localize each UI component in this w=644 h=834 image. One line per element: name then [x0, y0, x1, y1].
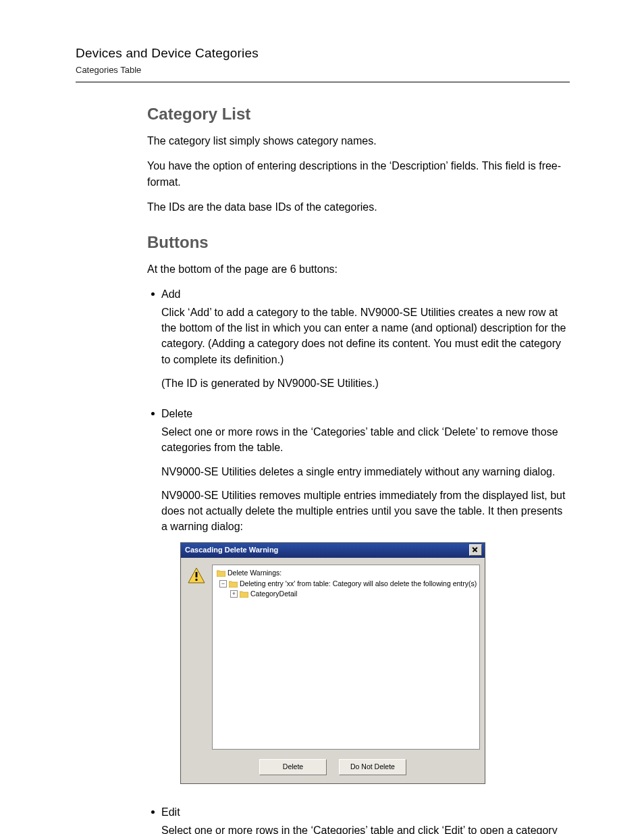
page-header: Devices and Device Categories Categories… [76, 44, 570, 82]
header-rule [76, 82, 570, 82]
dialog-do-not-delete-button[interactable]: Do Not Delete [339, 759, 406, 775]
delete-p2: NV9000-SE Utilities deletes a single ent… [161, 464, 570, 479]
edit-label: Edit [161, 804, 570, 820]
header-subtitle: Categories Table [76, 64, 570, 77]
tree-root-label: Delete Warnings: [227, 568, 281, 578]
bullet-icon [151, 810, 155, 814]
add-label: Add [161, 286, 570, 302]
bullet-icon [151, 292, 155, 296]
para-cat-1: The category list simply shows category … [147, 133, 570, 149]
delete-p3: NV9000-SE Utilities removes multiple ent… [161, 488, 570, 535]
heading-category-list: Category List [147, 103, 570, 126]
warning-icon [188, 567, 205, 750]
buttons-list: Add Click ‘Add’ to add a category to the… [147, 286, 570, 834]
tree-line2-label: Deleting entry 'xx' from table: Category… [240, 579, 477, 589]
folder-icon [229, 580, 238, 588]
list-item-edit: Edit Select one or more rows in the ‘Cat… [147, 804, 570, 834]
folder-icon [240, 590, 248, 598]
list-item-add: Add Click ‘Add’ to add a category to the… [147, 286, 570, 399]
edit-p1: Select one or more rows in the ‘Categori… [161, 823, 570, 834]
dialog-titlebar: Cascading Delete Warning [181, 543, 485, 558]
heading-buttons: Buttons [147, 231, 570, 255]
delete-label: Delete [161, 406, 570, 421]
add-p2: (The ID is generated by NV9000-SE Utilit… [161, 375, 570, 391]
dialog-tree[interactable]: Delete Warnings: − Deleting entry 'xx' f… [212, 565, 480, 750]
delete-p1: Select one or more rows in the ‘Categori… [161, 424, 570, 455]
header-title: Devices and Device Categories [76, 44, 570, 63]
svg-rect-1 [196, 572, 198, 577]
para-cat-3: The IDs are the data base IDs of the cat… [147, 199, 570, 215]
tree-line3-label: CategoryDetail [250, 589, 297, 599]
para-cat-2: You have the option of entering descript… [147, 158, 570, 189]
list-item-delete: Delete Select one or more rows in the ‘C… [147, 406, 570, 798]
collapse-icon[interactable]: − [219, 580, 227, 588]
content-body: Category List The category list simply s… [147, 103, 570, 834]
bullet-icon [151, 412, 155, 415]
expand-icon[interactable]: + [230, 590, 238, 598]
close-icon[interactable] [469, 544, 482, 556]
svg-rect-2 [196, 579, 198, 581]
para-buttons-intro: At the bottom of the page are 6 buttons: [147, 261, 570, 277]
dialog-title: Cascading Delete Warning [185, 545, 278, 556]
add-p1: Click ‘Add’ to add a category to the tab… [161, 305, 570, 367]
dialog-delete-button[interactable]: Delete [259, 759, 327, 775]
folder-icon [217, 569, 225, 577]
cascading-delete-dialog: Cascading Delete Warning [180, 542, 485, 783]
